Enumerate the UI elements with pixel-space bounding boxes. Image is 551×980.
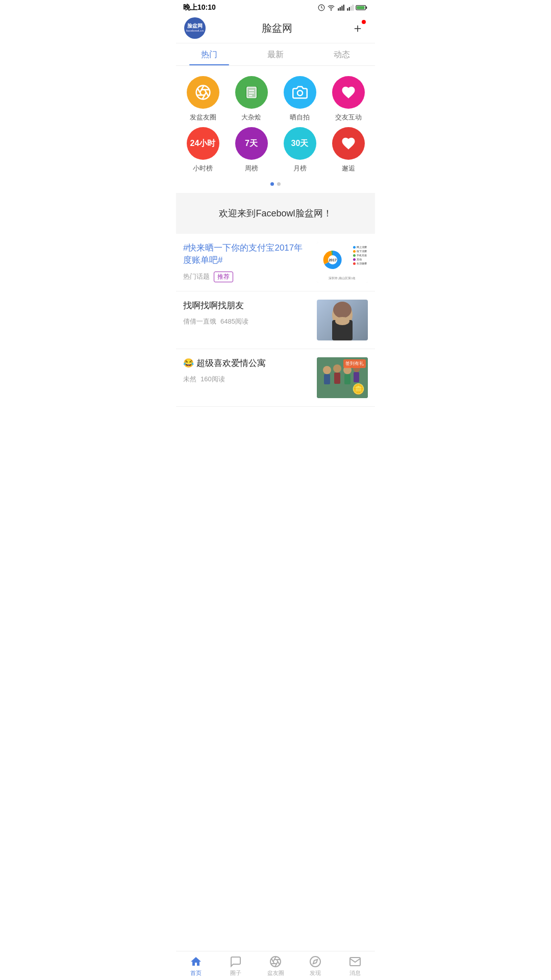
logo-zh: 脸盆网 [187, 23, 203, 29]
icon-grid: 发盆友圈 大杂烩 晒自拍 [176, 66, 375, 178]
friend-circle-label: 发盆友圈 [190, 113, 216, 122]
friend-circle-icon [187, 76, 219, 109]
social-label: 交友互动 [335, 113, 362, 122]
dot-1 [270, 182, 274, 186]
tab-dynamic[interactable]: 动态 [309, 43, 375, 65]
feed-thumb-2 [317, 300, 368, 340]
icon-friend-circle[interactable]: 发盆友圈 [181, 76, 224, 122]
feed-meta-1: 热门话题 推荐 [183, 272, 311, 282]
status-time: 晚上10:10 [183, 3, 216, 12]
svg-rect-2 [338, 8, 339, 11]
svg-point-36 [333, 364, 341, 373]
icon-30days[interactable]: 30天 月榜 [278, 127, 321, 173]
feed-content-3: 😂 超级喜欢爱情公寓 未然 160阅读 [183, 357, 311, 384]
30days-icon: 30天 [284, 127, 316, 160]
pie-chart: 2017 [321, 248, 344, 272]
encounter-icon [332, 127, 365, 160]
logo-en: facebowl.cn [186, 29, 204, 33]
svg-point-34 [323, 366, 331, 374]
welcome-text: 欢迎来到Facebowl脸盆网！ [219, 208, 332, 218]
icon-7days[interactable]: 7天 周榜 [230, 127, 273, 173]
misc-label: 大杂烩 [241, 113, 261, 122]
svg-rect-11 [366, 7, 367, 9]
drama-badge: 签到有礼 [343, 359, 366, 368]
social-icon [332, 76, 365, 109]
plus-icon: ＋ [352, 22, 364, 34]
coins-icon: 🪙 [352, 383, 365, 395]
7days-label: 周榜 [245, 164, 258, 173]
30days-text: 30天 [291, 138, 309, 149]
svg-rect-12 [357, 6, 364, 9]
feed-author-3: 未然 [183, 375, 196, 384]
svg-rect-6 [347, 8, 348, 11]
signal2-icon [346, 4, 354, 11]
feed-meta-3: 未然 160阅读 [183, 375, 311, 384]
misc-icon [235, 76, 268, 109]
feed-meta-2: 倩倩一直饿 6485阅读 [183, 317, 311, 326]
header-title: 脸盆网 [262, 21, 292, 35]
7days-text: 7天 [245, 138, 258, 149]
feed-title-1: #快来晒一下你的支付宝2017年度账单吧# [183, 242, 311, 266]
encounter-label: 邂逅 [342, 164, 355, 173]
tab-hot[interactable]: 热门 [176, 43, 242, 65]
notification-dot [362, 20, 366, 24]
icon-encounter[interactable]: 邂逅 [327, 127, 370, 173]
feed-content-2: 找啊找啊找朋友 倩倩一直饿 6485阅读 [183, 300, 311, 326]
feed: #快来晒一下你的支付宝2017年度账单吧# 热门话题 推荐 [176, 234, 375, 407]
feed-content-1: #快来晒一下你的支付宝2017年度账单吧# 热门话题 推荐 [183, 242, 311, 282]
feed-tag-1: 推荐 [214, 272, 233, 282]
feed-title-3: 😂 超级喜欢爱情公寓 [183, 357, 311, 370]
feed-category-1: 热门话题 [183, 272, 210, 281]
feed-item-2[interactable]: 找啊找啊找朋友 倩倩一直饿 6485阅读 [176, 291, 375, 349]
carousel-dots [176, 178, 375, 193]
person-avatar [327, 300, 358, 340]
header: 脸盆网 facebowl.cn 脸盆网 ＋ [176, 14, 375, 43]
feed-item-1[interactable]: #快来晒一下你的支付宝2017年度账单吧# 热门话题 推荐 [176, 234, 375, 291]
signal-icon [337, 4, 344, 11]
selfie-icon [284, 76, 316, 109]
icon-misc[interactable]: 大杂烩 [230, 76, 273, 122]
svg-rect-35 [324, 374, 330, 384]
svg-point-26 [297, 90, 303, 95]
svg-rect-41 [354, 372, 359, 382]
24h-icon: 24小时 [187, 127, 219, 160]
svg-rect-37 [334, 373, 340, 384]
feed-thumb-3: 签到有礼 🪙 [317, 357, 368, 398]
svg-rect-39 [344, 374, 350, 384]
logo[interactable]: 脸盆网 facebowl.cn [184, 17, 206, 39]
welcome-banner: 欢迎来到Facebowl脸盆网！ [176, 193, 375, 234]
chart-legend: 网上消费 线下消费 手机充值 其他 生活缴费 [353, 245, 367, 265]
icon-selfie[interactable]: 晒自拍 [278, 76, 321, 122]
24h-label: 小时榜 [193, 164, 213, 173]
feed-author-2: 倩倩一直饿 [183, 317, 216, 326]
selfie-label: 晒自拍 [290, 113, 310, 122]
feed-item-3[interactable]: 😂 超级喜欢爱情公寓 未然 160阅读 [176, 349, 375, 407]
svg-point-32 [335, 317, 349, 325]
svg-rect-9 [353, 5, 354, 11]
svg-point-30 [333, 302, 352, 318]
bottom-spacer [176, 407, 375, 440]
status-bar: 晚上10:10 [176, 0, 375, 14]
status-icons [318, 4, 368, 11]
icon-24h[interactable]: 24小时 小时榜 [181, 127, 224, 173]
drama-thumbnail: 签到有礼 🪙 [317, 357, 368, 398]
feed-thumb-1: 2017 网上消费 线下消费 手机充值 其他 生活缴费 深圳市,南山区第1名 [317, 242, 368, 283]
feed-reads-3: 160阅读 [201, 375, 225, 384]
add-button[interactable]: ＋ [348, 19, 367, 37]
tab-new[interactable]: 最新 [242, 43, 309, 65]
icon-social[interactable]: 交友互动 [327, 76, 370, 122]
svg-rect-7 [349, 7, 350, 11]
wifi-icon [327, 4, 335, 11]
battery-icon [356, 4, 368, 11]
svg-text:2017: 2017 [329, 258, 337, 262]
dot-2 [277, 182, 281, 186]
feed-title-2: 找啊找啊找朋友 [183, 300, 311, 312]
24h-text: 24小时 [190, 138, 216, 149]
chart-thumbnail: 2017 网上消费 线下消费 手机充值 其他 生活缴费 深圳市,南山区第1名 [317, 242, 368, 283]
svg-rect-4 [341, 6, 342, 11]
chart-location: 深圳市,南山区第1名 [317, 276, 368, 281]
svg-rect-3 [340, 7, 341, 11]
svg-point-1 [331, 10, 331, 10]
clock-icon [318, 4, 325, 11]
person-thumbnail [317, 300, 368, 340]
